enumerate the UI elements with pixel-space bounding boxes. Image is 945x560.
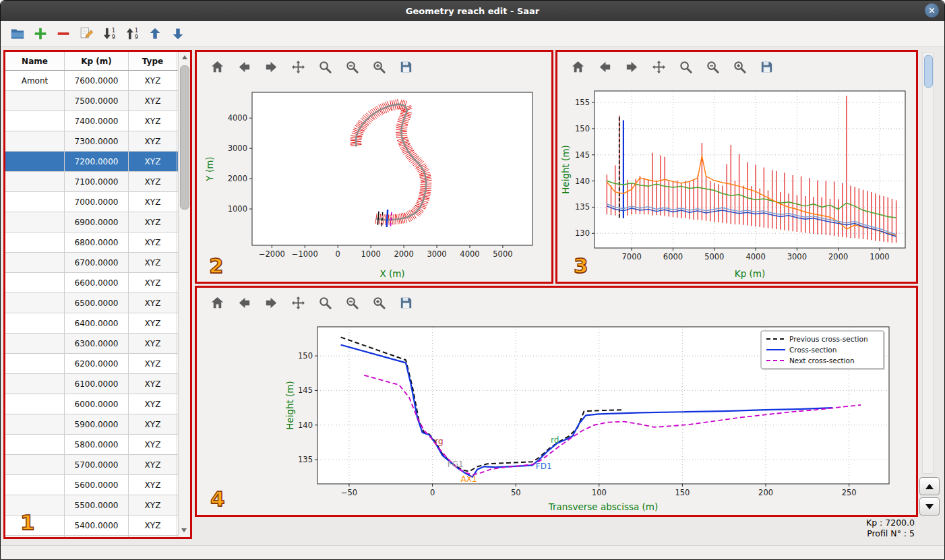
- pan-button[interactable]: [290, 59, 307, 75]
- table-row[interactable]: 7500.0000XYZ: [5, 91, 179, 111]
- configure-button[interactable]: [344, 294, 361, 311]
- table-row[interactable]: 6500.0000XYZ: [5, 293, 179, 313]
- forward-button[interactable]: [263, 294, 280, 311]
- window-scrollbar[interactable]: [922, 52, 934, 474]
- cell-name: [5, 495, 65, 515]
- scrollbar-thumb[interactable]: [180, 65, 189, 210]
- zoom-in-button[interactable]: [371, 59, 388, 75]
- plan-view-chart[interactable]: −2000−1000010002000300040005000100020003…: [197, 82, 551, 282]
- home-icon: [210, 59, 225, 75]
- add-button[interactable]: [32, 25, 49, 42]
- save-button[interactable]: [398, 59, 415, 75]
- profile-up-button[interactable]: [919, 477, 940, 495]
- save-button[interactable]: [758, 59, 775, 75]
- svg-text:2000: 2000: [394, 249, 413, 259]
- forward-button[interactable]: [263, 59, 280, 75]
- table-row[interactable]: 7100.0000XYZ: [5, 172, 179, 192]
- move-down-button[interactable]: [169, 25, 187, 42]
- cell-type: XYZ: [129, 71, 177, 90]
- magnifier-icon: [317, 59, 333, 75]
- table-row[interactable]: 7000.0000XYZ: [5, 192, 179, 212]
- table-row[interactable]: 6800.0000XYZ: [5, 232, 179, 253]
- zoom-in-button[interactable]: [371, 294, 388, 311]
- cell-kp: 5800.0000: [65, 435, 129, 454]
- zoom-in-button[interactable]: [731, 59, 748, 75]
- cell-kp: 6900.0000: [65, 212, 129, 232]
- zoom-button[interactable]: [677, 59, 694, 75]
- save-icon: [398, 295, 414, 311]
- back-button[interactable]: [236, 59, 253, 75]
- cell-type: XYZ: [129, 232, 177, 252]
- arrow-down-icon: [170, 26, 186, 42]
- scrollbar-down-icon[interactable]: [181, 528, 187, 532]
- table-scrollbar[interactable]: [178, 52, 190, 537]
- svg-text:Next cross-section: Next cross-section: [789, 356, 855, 365]
- table-row[interactable]: 6600.0000XYZ: [5, 273, 179, 293]
- cell-name: [5, 435, 65, 454]
- close-button[interactable]: [925, 3, 939, 18]
- table-row[interactable]: 7300.0000XYZ: [5, 131, 179, 152]
- table-header: Name Kp (m) Type: [5, 52, 190, 71]
- zoom-button[interactable]: [317, 59, 334, 75]
- zoom-button[interactable]: [317, 294, 334, 311]
- save-button[interactable]: [398, 294, 415, 311]
- cell-name: [5, 131, 65, 151]
- table-row[interactable]: Amont7600.0000XYZ: [5, 71, 179, 91]
- table-row[interactable]: 5300.0000XYZ: [5, 536, 179, 537]
- table-row[interactable]: 6900.0000XYZ: [5, 212, 179, 232]
- scrollbar-up-icon[interactable]: [182, 55, 187, 59]
- table-row[interactable]: 7400.0000XYZ: [5, 111, 179, 131]
- table-row[interactable]: 6200.0000XYZ: [5, 354, 179, 374]
- cross-section-chart[interactable]: rgrdAX1FD1FG1−50050100150200250135140145…: [197, 317, 916, 515]
- cell-name: [5, 313, 65, 333]
- table-row[interactable]: 6700.0000XYZ: [5, 253, 179, 273]
- sort-descending-button[interactable]: 1 9: [123, 25, 141, 42]
- table-body: Amont7600.0000XYZ7500.0000XYZ7400.0000XY…: [5, 71, 179, 537]
- svg-text:100: 100: [592, 488, 607, 497]
- magnifier-minus-icon: [705, 59, 721, 75]
- profile-down-button[interactable]: [919, 497, 940, 516]
- table-row[interactable]: 5600.0000XYZ: [5, 475, 179, 495]
- home-button[interactable]: [209, 294, 226, 311]
- open-button[interactable]: [9, 25, 26, 42]
- folder-icon: [9, 26, 26, 42]
- plan-view-plot: −2000−1000010002000300040005000100020003…: [197, 82, 551, 282]
- cell-type: XYZ: [129, 455, 177, 474]
- home-button[interactable]: [209, 59, 226, 75]
- cell-name: [5, 111, 65, 131]
- cell-kp: 7600.0000: [65, 71, 129, 90]
- app-window: Geometry reach edit - Saar: [0, 0, 945, 560]
- cell-name: [5, 91, 65, 111]
- cross-section-panel: rgrdAX1FD1FG1−50050100150200250135140145…: [195, 286, 918, 517]
- cell-kp: 6400.0000: [65, 313, 129, 333]
- long-profile-chart[interactable]: 7000600050004000300020001000130135140145…: [557, 82, 916, 282]
- svg-text:5000: 5000: [704, 252, 724, 261]
- pan-button[interactable]: [290, 294, 307, 311]
- back-button[interactable]: [236, 294, 253, 311]
- table-row[interactable]: 6400.0000XYZ: [5, 313, 179, 334]
- svg-text:50: 50: [511, 488, 521, 497]
- edit-icon: [78, 26, 94, 42]
- table-row[interactable]: 6300.0000XYZ: [5, 334, 179, 354]
- cell-name: [5, 334, 65, 353]
- home-button[interactable]: [570, 59, 586, 75]
- configure-button[interactable]: [344, 59, 361, 75]
- table-row[interactable]: 5900.0000XYZ: [5, 414, 179, 435]
- sort-ascending-button[interactable]: 1 9: [100, 25, 118, 42]
- window-scrollbar-thumb[interactable]: [924, 55, 933, 88]
- table-row[interactable]: 5800.0000XYZ: [5, 435, 179, 455]
- forward-button[interactable]: [623, 59, 640, 75]
- svg-text:0: 0: [336, 249, 340, 259]
- configure-button[interactable]: [704, 59, 721, 75]
- table-row[interactable]: 5700.0000XYZ: [5, 455, 179, 475]
- edit-button[interactable]: [78, 25, 95, 42]
- cell-type: XYZ: [129, 354, 177, 373]
- move-up-button[interactable]: [146, 25, 164, 42]
- table-row[interactable]: 6000.0000XYZ: [5, 394, 179, 414]
- pan-button[interactable]: [650, 59, 667, 75]
- table-row[interactable]: 7200.0000XYZ: [5, 152, 179, 172]
- pan-icon: [291, 295, 306, 311]
- remove-button[interactable]: [55, 25, 72, 42]
- table-row[interactable]: 6100.0000XYZ: [5, 374, 179, 394]
- back-button[interactable]: [597, 59, 613, 75]
